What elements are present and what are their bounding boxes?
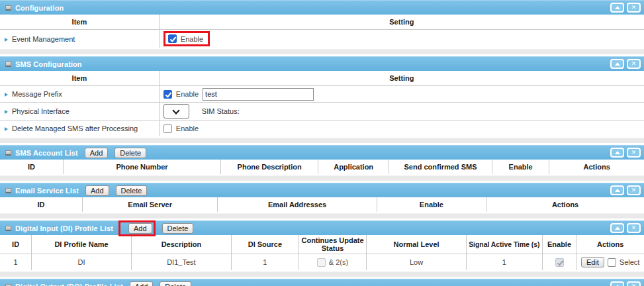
message-prefix-label: Message Prefix (12, 90, 62, 98)
close-button[interactable]: ✕ (627, 223, 641, 233)
event-management-enable-checkbox[interactable] (168, 34, 177, 43)
window-buttons: ✕ (610, 59, 641, 69)
di-select-checkbox[interactable] (608, 258, 616, 267)
email-service-list-header-bar: Email Service List Add Delete ✕ (0, 183, 644, 197)
item-label-cell: Delete Managed SMS after Processing (0, 120, 159, 137)
di-name-cell: DI (32, 254, 132, 271)
column-header: Enable (542, 235, 576, 254)
add-button[interactable]: Add (130, 281, 154, 286)
column-header-item: Item (0, 15, 159, 30)
close-icon: ✕ (631, 225, 637, 231)
section-square-icon (5, 284, 11, 286)
message-prefix-input[interactable] (203, 88, 314, 101)
column-header: Actions (486, 197, 644, 212)
enable-label: Enable (181, 35, 203, 43)
add-button[interactable]: Add (85, 148, 109, 158)
sms-account-list-section: SMS Account List Add Delete ✕ ID Phone N… (0, 145, 644, 181)
section-divider (0, 213, 644, 218)
collapse-button[interactable] (610, 223, 624, 233)
di-enable-cell (542, 254, 576, 271)
arrow-up-icon (615, 226, 620, 230)
bullet-arrow-icon (5, 127, 8, 131)
window-buttons: ✕ (610, 281, 641, 286)
item-label-cell: Physical Interface (0, 103, 159, 120)
do-profile-list-header-bar: Digital Output (DO) Profile List Add Del… (0, 279, 644, 286)
item-label-cell: Event Management (0, 30, 159, 48)
column-header-item: Item (0, 71, 159, 86)
column-header: Phone Description (221, 160, 318, 174)
arrow-up-icon (615, 62, 620, 66)
event-management-label: Event Management (12, 35, 75, 43)
table-row: 1 DI DI1_Test 1 & 2(s) Low 1 Edit Select (0, 254, 644, 271)
collapse-button[interactable] (610, 281, 624, 286)
email-service-list-table: ID Email Server Email Addresses Enable A… (0, 197, 644, 212)
configuration-table: Item Setting Event Management Enable (0, 15, 644, 48)
message-prefix-enable-checkbox[interactable] (163, 90, 172, 99)
email-service-list-section: Email Service List Add Delete ✕ ID Email… (0, 183, 644, 218)
section-title: Email Service List (15, 187, 79, 195)
column-header: Application (318, 160, 389, 174)
section-divider (0, 49, 644, 54)
bullet-arrow-icon (5, 38, 8, 42)
delete-button[interactable]: Delete (162, 223, 194, 234)
section-square-icon (5, 188, 11, 193)
delete-button[interactable]: Delete (116, 185, 148, 196)
add-button[interactable]: Add (85, 185, 109, 196)
window-buttons: ✕ (610, 148, 641, 158)
sms-configuration-header-bar: SMS Configuration ✕ (0, 56, 644, 71)
delete-button[interactable]: Delete (115, 148, 146, 158)
column-header: Enable (492, 160, 549, 174)
close-button[interactable]: ✕ (627, 185, 641, 195)
close-button[interactable]: ✕ (627, 59, 641, 69)
physical-interface-select[interactable] (163, 104, 189, 119)
delete-button[interactable]: Delete (160, 281, 191, 286)
collapse-button[interactable] (610, 185, 624, 195)
section-divider (0, 138, 644, 143)
column-header: DI Source (231, 235, 299, 254)
column-header: Phone Number (63, 160, 220, 174)
table-row: Message Prefix Enable (0, 86, 644, 103)
di-signal-active-time-cell: 1 (466, 254, 542, 271)
column-header-setting: Setting (159, 71, 644, 86)
window-buttons: ✕ (610, 185, 641, 195)
column-header: Actions (549, 160, 644, 174)
close-button[interactable]: ✕ (627, 281, 641, 286)
close-icon: ✕ (631, 61, 637, 67)
di-continues-update-cell: & 2(s) (299, 254, 366, 271)
configuration-header-bar: Configuration ✕ (0, 0, 644, 15)
arrow-up-icon (615, 151, 620, 154)
add-button[interactable]: Add (128, 223, 152, 234)
section-title: SMS Account List (15, 149, 78, 157)
column-header: Continues Update Status (299, 235, 366, 254)
column-header: Email Server (83, 197, 218, 212)
close-button[interactable]: ✕ (627, 3, 641, 13)
column-header: ID (0, 235, 32, 254)
section-title: SMS Configuration (15, 60, 82, 68)
column-header: Normal Level (367, 235, 467, 254)
highlight-red-box: Add (118, 220, 156, 236)
collapse-button[interactable] (610, 59, 624, 69)
highlight-red-box: Enable (163, 31, 210, 46)
column-header-setting: Setting (159, 15, 644, 30)
column-header: Enable (377, 197, 486, 212)
collapse-button[interactable] (610, 3, 624, 13)
column-header: ID (0, 197, 83, 212)
edit-button[interactable]: Edit (581, 257, 604, 267)
physical-interface-label: Physical Interface (12, 107, 69, 115)
column-header: Signal Active Time (s) (466, 235, 542, 254)
close-button[interactable]: ✕ (627, 148, 641, 158)
delete-managed-sms-enable-checkbox[interactable] (163, 124, 172, 133)
collapse-button[interactable] (610, 148, 624, 158)
column-header: ID (0, 160, 63, 174)
bullet-arrow-icon (5, 110, 8, 114)
section-title: Configuration (15, 4, 64, 12)
sms-account-list-header-bar: SMS Account List Add Delete ✕ (0, 145, 644, 160)
section-square-icon (5, 62, 11, 67)
do-profile-list-section: Digital Output (DO) Profile List Add Del… (0, 279, 644, 286)
setting-cell: SIM Status: (159, 103, 644, 120)
enable-label: Enable (176, 90, 199, 98)
bullet-arrow-icon (5, 93, 8, 97)
table-row: Physical Interface SIM Status: (0, 103, 644, 120)
delete-managed-sms-label: Delete Managed SMS after Processing (12, 124, 138, 132)
di-source-cell: 1 (231, 254, 299, 271)
